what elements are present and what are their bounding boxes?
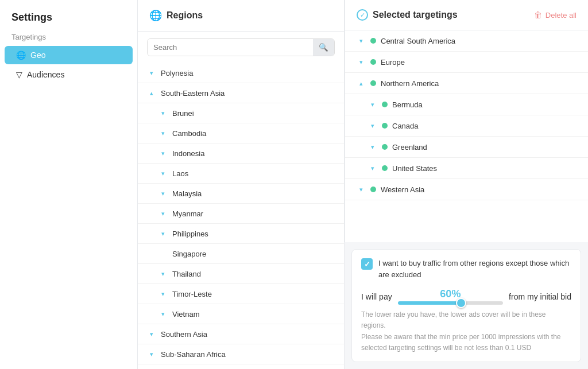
chevron-down-icon	[357, 36, 366, 45]
region-name: Southern Asia	[161, 330, 207, 339]
list-item[interactable]: Philippines	[138, 224, 344, 244]
region-name: Polynesia	[161, 69, 193, 77]
list-item[interactable]: Vietnam	[138, 304, 344, 324]
selected-name: United States	[392, 164, 437, 173]
slider-right-label: from my initial bid	[509, 292, 571, 301]
bottom-options: I want to buy traffic from other regions…	[351, 249, 581, 362]
bid-slider-wrapper: 60%	[398, 288, 503, 305]
region-name: Singapore	[172, 250, 206, 258]
selected-name: Northern America	[381, 79, 439, 88]
region-name: Myanmar	[172, 209, 203, 218]
chevron-down-icon	[147, 329, 156, 339]
list-item[interactable]: Cambodia	[138, 123, 344, 143]
check-circle-icon: ✓	[357, 9, 368, 21]
settings-title: Settings	[0, 11, 137, 33]
region-name: Sub-Saharan Africa	[161, 350, 226, 359]
chevron-down-icon	[147, 349, 156, 359]
list-item[interactable]: Singapore	[138, 244, 344, 264]
list-item[interactable]: Southern Asia	[138, 324, 344, 344]
status-dot	[370, 38, 376, 44]
chevron-down-icon	[158, 289, 168, 298]
selected-name: Europe	[381, 58, 405, 67]
delete-all-label: Delete all	[546, 11, 577, 20]
chevron-down-icon	[368, 164, 377, 173]
list-item[interactable]: Central South America	[345, 30, 588, 52]
list-item[interactable]: Laos	[138, 164, 344, 184]
list-item[interactable]: Polynesia	[138, 63, 344, 83]
targetings-label: Targetings	[0, 33, 137, 46]
chevron-down-icon	[158, 269, 168, 278]
region-name: Philippines	[172, 230, 208, 238]
chevron-down-icon	[357, 57, 366, 67]
selected-name: Greenland	[392, 143, 427, 152]
sidebar: Settings Targetings 🌐 Geo ▽ Audiences	[0, 0, 138, 369]
list-item[interactable]: United States	[345, 158, 588, 179]
delete-all-button[interactable]: 🗑 Delete all	[534, 10, 577, 20]
search-button[interactable]: 🔍	[313, 39, 334, 56]
chevron-down-icon	[368, 100, 377, 109]
slider-section: I will pay 60% from my initial bid	[361, 288, 571, 305]
list-item[interactable]: Bermuda	[345, 94, 588, 115]
list-item[interactable]: Western Asia	[138, 364, 344, 369]
sidebar-item-geo[interactable]: 🌐 Geo	[5, 46, 133, 64]
status-dot	[370, 187, 376, 192]
trash-icon: 🗑	[534, 10, 542, 20]
sidebar-item-audiences[interactable]: ▽ Audiences	[5, 65, 133, 84]
list-item[interactable]: Western Asia	[345, 179, 588, 200]
chevron-down-icon	[158, 169, 168, 178]
list-item[interactable]: Northern America	[345, 73, 588, 94]
selected-header: ✓ Selected targetings 🗑 Delete all	[345, 0, 588, 30]
exclude-checkbox[interactable]	[361, 258, 373, 270]
chevron-down-icon	[147, 68, 156, 77]
globe-icon: 🌐	[16, 51, 26, 60]
regions-title: Regions	[167, 10, 203, 21]
list-item[interactable]: Timor-Leste	[138, 284, 344, 304]
geo-label: Geo	[30, 51, 45, 60]
list-item[interactable]: Canada	[345, 115, 588, 137]
list-item[interactable]: South-Eastern Asia	[138, 83, 344, 103]
regions-list: Polynesia South-Eastern Asia Brunei Camb…	[138, 63, 344, 369]
search-bar: 🔍	[147, 38, 335, 56]
chevron-down-icon	[158, 229, 168, 238]
chevron-down-icon	[158, 129, 168, 138]
list-item[interactable]: Thailand	[138, 264, 344, 284]
status-dot	[382, 102, 388, 107]
chevron-down-icon	[368, 142, 377, 152]
list-item[interactable]: Sub-Saharan Africa	[138, 344, 344, 364]
search-input[interactable]	[148, 39, 313, 56]
chevron-down-icon	[357, 185, 366, 194]
region-name: South-Eastern Asia	[161, 89, 225, 98]
chevron-down-icon	[158, 108, 168, 118]
region-name: Malaysia	[172, 189, 202, 198]
chevron-up-icon	[357, 79, 366, 88]
info-text: The lower rate you have, the lower ads c…	[361, 309, 571, 354]
chevron-down-icon	[158, 189, 168, 198]
filter-icon: ▽	[16, 70, 22, 79]
list-item[interactable]: Europe	[345, 52, 588, 73]
regions-globe-icon: 🌐	[149, 9, 162, 22]
regions-panel: 🌐 Regions 🔍 Polynesia South-Eastern Asia…	[138, 0, 345, 369]
selected-name: Western Asia	[381, 185, 424, 194]
list-item[interactable]: Malaysia	[138, 184, 344, 204]
list-item[interactable]: Brunei	[138, 103, 344, 123]
selected-name: Bermuda	[392, 100, 423, 109]
selected-name: Central South America	[381, 37, 455, 45]
list-item[interactable]: Greenland	[345, 137, 588, 158]
info-line1: The lower rate you have, the lower ads c…	[361, 310, 546, 329]
audiences-label: Audiences	[27, 70, 64, 79]
right-panel: ✓ Selected targetings 🗑 Delete all Centr…	[345, 0, 588, 369]
chevron-down-icon	[368, 121, 377, 130]
status-dot	[382, 165, 388, 171]
chevron-down-icon	[158, 149, 168, 158]
chevron-down-icon	[158, 209, 168, 218]
list-item[interactable]: Myanmar	[138, 204, 344, 224]
chevron-up-icon	[147, 88, 156, 98]
selected-title: Selected targetings	[373, 10, 458, 20]
region-name: Thailand	[172, 270, 201, 278]
selected-list: Central South America Europe Northern Am…	[345, 30, 588, 200]
region-name: Cambodia	[172, 129, 206, 138]
bid-slider[interactable]	[398, 301, 503, 305]
selected-targetings-panel: ✓ Selected targetings 🗑 Delete all Centr…	[345, 0, 588, 242]
list-item[interactable]: Indonesia	[138, 143, 344, 164]
checkbox-label: I want to buy traffic from other regions…	[378, 258, 571, 280]
